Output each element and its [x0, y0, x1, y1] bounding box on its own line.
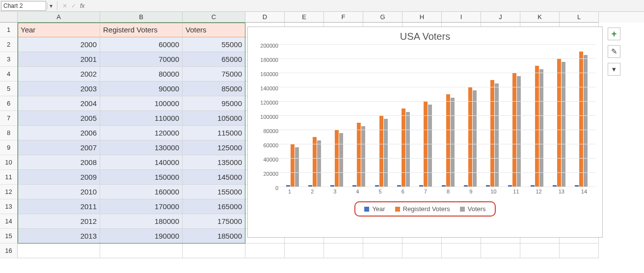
row-header[interactable]: 11 — [0, 170, 18, 185]
cell[interactable]: Registerd Voters — [100, 23, 183, 37]
chart-elements-button[interactable]: + — [608, 27, 620, 40]
cell[interactable]: 2010 — [18, 185, 100, 199]
bar[interactable] — [535, 66, 539, 187]
bar[interactable] — [562, 62, 565, 187]
cell[interactable] — [245, 244, 285, 258]
row-header[interactable]: 16 — [0, 244, 18, 258]
cell[interactable]: 150000 — [100, 170, 183, 185]
select-all-corner[interactable] — [0, 12, 18, 23]
cell[interactable]: 120000 — [100, 126, 183, 140]
bar[interactable] — [357, 123, 361, 187]
cell[interactable]: 55000 — [183, 37, 245, 52]
cell[interactable]: 95000 — [183, 96, 245, 111]
bar[interactable] — [517, 76, 521, 187]
cell[interactable]: 65000 — [183, 52, 245, 67]
row-header[interactable]: 2 — [0, 37, 18, 52]
bar[interactable] — [339, 133, 343, 187]
cell[interactable]: 160000 — [100, 185, 183, 199]
cell[interactable] — [442, 244, 481, 258]
row-header[interactable]: 8 — [0, 126, 18, 140]
cell[interactable] — [285, 244, 324, 258]
bar[interactable] — [428, 105, 432, 187]
cell[interactable]: 2006 — [18, 126, 100, 140]
row-header[interactable]: 3 — [0, 52, 18, 67]
bar[interactable] — [295, 147, 299, 187]
cell[interactable]: 2009 — [18, 170, 100, 185]
cell[interactable]: 2004 — [18, 96, 100, 111]
column-header[interactable]: D — [245, 12, 285, 23]
bar[interactable] — [406, 112, 410, 187]
bar[interactable] — [402, 109, 405, 187]
cell[interactable]: 165000 — [183, 199, 245, 214]
column-header[interactable]: C — [183, 12, 245, 23]
cell[interactable]: 2012 — [18, 214, 100, 229]
row-header[interactable]: 14 — [0, 214, 18, 229]
name-box[interactable]: Chart 2 — [1, 1, 46, 11]
cell[interactable]: 170000 — [100, 199, 183, 214]
cell[interactable]: 70000 — [100, 52, 183, 67]
legend-item-year[interactable]: Year — [364, 205, 385, 213]
row-header[interactable]: 7 — [0, 111, 18, 126]
column-header[interactable]: F — [324, 12, 363, 23]
cell[interactable]: Year — [18, 23, 100, 37]
cell[interactable] — [560, 244, 599, 258]
cell[interactable] — [481, 244, 520, 258]
column-header[interactable]: I — [442, 12, 481, 23]
cell[interactable]: 135000 — [183, 155, 245, 170]
cell[interactable]: 2007 — [18, 140, 100, 155]
bar[interactable] — [384, 119, 388, 187]
chart-styles-button[interactable]: ✎ — [608, 45, 620, 58]
chart-title[interactable]: USA Voters — [248, 27, 602, 44]
bar[interactable] — [451, 98, 455, 187]
row-header[interactable]: 13 — [0, 199, 18, 214]
cell[interactable]: 115000 — [183, 126, 245, 140]
column-header[interactable]: A — [18, 12, 100, 23]
cell[interactable]: 175000 — [183, 214, 245, 229]
cell[interactable]: 190000 — [100, 229, 183, 244]
cell[interactable]: 2003 — [18, 82, 100, 96]
row-header[interactable]: 1 — [0, 23, 18, 37]
cell[interactable] — [18, 244, 100, 258]
cell[interactable]: 2011 — [18, 199, 100, 214]
legend-item-voters[interactable]: Voters — [460, 205, 486, 213]
cell[interactable] — [324, 244, 363, 258]
column-header[interactable]: H — [402, 12, 442, 23]
bar[interactable] — [495, 83, 499, 187]
column-header[interactable]: K — [520, 12, 560, 23]
column-header[interactable]: B — [100, 12, 183, 23]
cell[interactable]: Voters — [183, 23, 245, 37]
cell[interactable]: 105000 — [183, 111, 245, 126]
bar[interactable] — [468, 87, 472, 187]
row-header[interactable]: 12 — [0, 185, 18, 199]
fx-label[interactable]: fx — [80, 2, 84, 9]
cell[interactable]: 2008 — [18, 155, 100, 170]
row-header[interactable]: 10 — [0, 155, 18, 170]
bar[interactable] — [584, 55, 588, 187]
cell[interactable]: 130000 — [100, 140, 183, 155]
bar[interactable] — [490, 80, 494, 187]
cell[interactable]: 155000 — [183, 185, 245, 199]
cell[interactable]: 110000 — [100, 111, 183, 126]
bar[interactable] — [291, 144, 295, 187]
cell[interactable]: 100000 — [100, 96, 183, 111]
row-header[interactable]: 5 — [0, 82, 18, 96]
row-header[interactable]: 15 — [0, 229, 18, 244]
column-header[interactable]: G — [363, 12, 402, 23]
cell[interactable]: 85000 — [183, 82, 245, 96]
cell[interactable]: 185000 — [183, 229, 245, 244]
cell[interactable]: 75000 — [183, 67, 245, 82]
cell[interactable] — [183, 244, 245, 258]
cell[interactable]: 2005 — [18, 111, 100, 126]
cell[interactable]: 60000 — [100, 37, 183, 52]
cell[interactable] — [402, 244, 442, 258]
column-header[interactable]: J — [481, 12, 520, 23]
chart-object[interactable]: USA Voters 02000040000600008000010000012… — [247, 27, 603, 238]
bar[interactable] — [379, 115, 383, 187]
row-header[interactable]: 6 — [0, 96, 18, 111]
cell[interactable]: 90000 — [100, 82, 183, 96]
cell[interactable] — [363, 244, 402, 258]
chart-plot-area[interactable] — [278, 44, 595, 187]
cell[interactable] — [100, 244, 183, 258]
legend-item-registered[interactable]: Registerd Voters — [395, 205, 450, 213]
row-header[interactable]: 4 — [0, 67, 18, 82]
